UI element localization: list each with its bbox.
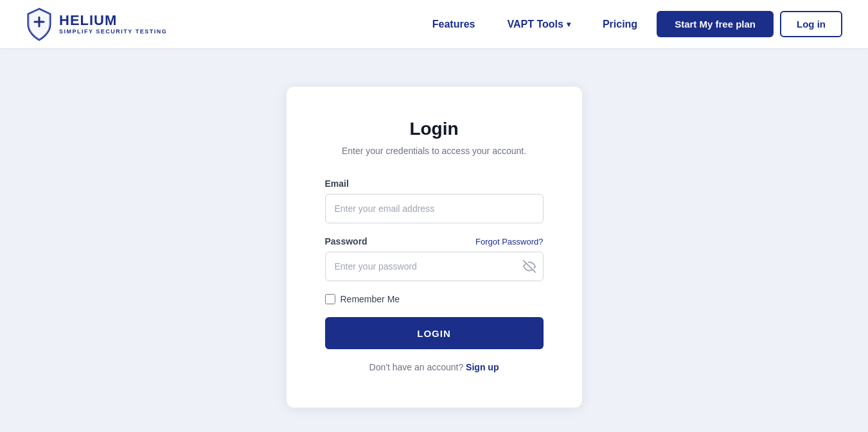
toggle-password-button[interactable]: [523, 260, 536, 273]
password-group: Password Forgot Password?: [325, 236, 544, 281]
navbar-nav: Features VAPT Tools ▾ Pricing Start My f…: [420, 11, 842, 37]
signup-link[interactable]: Sign up: [466, 362, 499, 372]
email-input[interactable]: [325, 194, 544, 223]
eye-off-icon: [523, 260, 536, 273]
main-content: Login Enter your credentials to access y…: [0, 48, 868, 432]
email-group: Email: [325, 178, 544, 223]
logo-subtitle: SIMPLIFY SECURITY TESTING: [59, 28, 167, 35]
password-input-wrapper: [325, 252, 544, 281]
remember-me-checkbox[interactable]: [325, 294, 335, 304]
login-title: Login: [325, 119, 544, 139]
remember-me-group: Remember Me: [325, 294, 544, 304]
logo-link[interactable]: HELIUM SIMPLIFY SECURITY TESTING: [26, 8, 167, 41]
login-form: Email Password Forgot Password?: [325, 178, 544, 372]
nav-pricing[interactable]: Pricing: [590, 12, 650, 37]
remember-me-label[interactable]: Remember Me: [341, 294, 400, 304]
nav-vapt-tools[interactable]: VAPT Tools ▾: [494, 12, 583, 37]
login-nav-button[interactable]: Log in: [780, 11, 842, 37]
vapt-tools-label: VAPT Tools: [507, 19, 563, 30]
logo-icon: [26, 8, 53, 41]
nav-features[interactable]: Features: [420, 12, 488, 37]
start-free-button[interactable]: Start My free plan: [657, 11, 774, 37]
forgot-password-link[interactable]: Forgot Password?: [475, 237, 544, 246]
login-subtitle: Enter your credentials to access your ac…: [325, 146, 544, 156]
email-label: Email: [325, 178, 544, 189]
no-account-text: Don't have an account?: [369, 362, 464, 372]
login-card: Login Enter your credentials to access y…: [287, 87, 582, 408]
chevron-down-icon: ▾: [567, 20, 571, 29]
signup-text: Don't have an account? Sign up: [325, 362, 544, 372]
password-label-row: Password Forgot Password?: [325, 236, 544, 246]
password-input[interactable]: [325, 252, 544, 281]
navbar: HELIUM SIMPLIFY SECURITY TESTING Feature…: [0, 0, 868, 48]
logo-title: HELIUM: [59, 13, 167, 28]
logo-text: HELIUM SIMPLIFY SECURITY TESTING: [59, 13, 167, 35]
login-submit-button[interactable]: LOGIN: [325, 317, 544, 349]
password-label: Password: [325, 236, 368, 246]
